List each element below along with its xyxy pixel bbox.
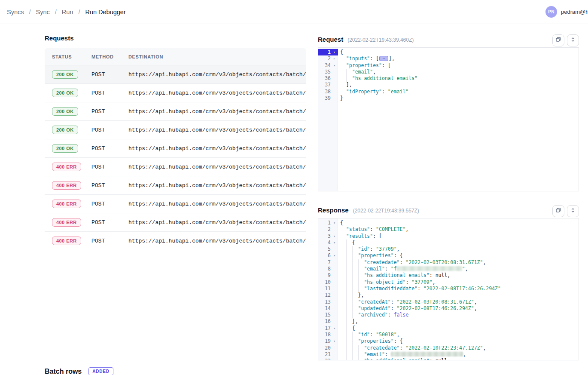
request-timestamp: (2022-02-22T19:43:39.460Z) [347,37,414,43]
fold-spacer [331,259,338,266]
fold-open-icon[interactable]: ▾ [331,240,338,246]
copy-icon [555,207,562,215]
line-number: 8 [318,266,331,272]
status-badge: 200 OK [52,89,78,97]
status-badge: 400 ERR [52,237,81,245]
code-line: 10 "hs_object_id": "37709", [318,279,579,286]
line-gutter: 10 [318,279,338,286]
method-cell: POST [91,182,128,189]
fold-spacer [331,305,338,312]
request-row[interactable]: 400 ERRPOSThttps://api.hubapi.com/crm/v3… [45,195,306,213]
line-number: 21 [318,351,331,358]
destination-cell: https://api.hubapi.com/crm/v3/objects/co… [128,90,306,96]
request-row[interactable]: 200 OKPOSThttps://api.hubapi.com/crm/v3/… [45,102,306,121]
line-number: 9 [318,272,331,279]
code-line: 22 "hs_additional_emails": null, [318,358,579,360]
breadcrumb-separator: / [55,9,57,15]
fold-open-icon[interactable]: ▾ [331,49,338,55]
request-code-editor[interactable]: 1▾{2▸ "inputs": [⋯],34▾ "properties": [3… [318,47,579,191]
line-number: 34 [318,62,331,69]
code-line: 3▾ "results": [ [318,233,579,240]
line-gutter: 4▾ [318,240,338,246]
line-number: 3 [318,233,331,240]
destination-cell: https://api.hubapi.com/crm/v3/objects/co… [128,182,306,189]
line-number: 17 [318,325,331,332]
line-number: 13 [318,299,331,305]
status-badge: 200 OK [52,126,78,134]
avatar[interactable]: PN [545,6,557,18]
request-row[interactable]: 200 OKPOSThttps://api.hubapi.com/crm/v3/… [45,139,306,158]
line-gutter: 13 [318,299,338,305]
request-row[interactable]: 200 OKPOSThttps://api.hubapi.com/crm/v3/… [45,121,306,139]
line-gutter: 34▾ [318,62,338,69]
breadcrumb-separator: / [78,9,80,15]
code-line: 20 "createdate": "2022-02-10T22:23:47.12… [318,345,579,351]
line-gutter: 16 [318,318,338,325]
fold-open-icon[interactable]: ▾ [331,325,338,332]
request-row[interactable]: 400 ERRPOSThttps://api.hubapi.com/crm/v3… [45,232,306,250]
line-gutter: 1▾ [318,220,338,226]
breadcrumb-item-syncs[interactable]: Syncs [7,9,24,15]
method-cell: POST [91,201,128,207]
fold-spacer [331,292,338,298]
status-badge: 200 OK [52,107,78,116]
code-line: 2 "status": "COMPLETE", [318,226,579,233]
request-expand-button[interactable] [567,34,579,46]
line-number: 15 [318,312,331,318]
code-line: 15 "archived": false [318,312,579,318]
batch-rows-section: Batch rows ADDED [45,367,113,375]
response-code-editor[interactable]: 1▾{2 "status": "COMPLETE",3▾ "results": … [318,218,579,360]
line-number: 1 [318,220,331,226]
code-line: 39} [318,95,579,101]
line-number: 10 [318,279,331,286]
response-editor-lines: 1▾{2 "status": "COMPLETE",3▾ "results": … [318,218,579,360]
code-line: 13 "createdAt": "2022-02-03T20:08:31.671… [318,299,579,305]
fold-collapsed-icon[interactable]: ▸ [331,55,338,62]
status-badge: 200 OK [52,70,78,79]
breadcrumb-item-run[interactable]: Run [62,9,73,15]
line-gutter: 38 [318,89,338,95]
status-badge: 400 ERR [52,200,81,208]
fold-open-icon[interactable]: ▾ [331,220,338,226]
fold-open-icon[interactable]: ▾ [331,338,338,344]
request-row[interactable]: 400 ERRPOSThttps://api.hubapi.com/crm/v3… [45,158,306,176]
response-panel-header: Response(2022-02-22T19:43:39.557Z) [318,206,579,219]
expand-vertical-icon [570,36,576,45]
destination-cell: https://api.hubapi.com/crm/v3/objects/co… [128,127,306,133]
request-row[interactable]: 400 ERRPOSThttps://api.hubapi.com/crm/v3… [45,213,306,232]
line-number: 4 [318,240,331,246]
line-gutter: 18 [318,332,338,338]
fold-spacer [331,318,338,325]
line-number: 20 [318,345,331,351]
fold-spacer [331,312,338,318]
destination-cell: https://api.hubapi.com/crm/v3/objects/co… [128,201,306,207]
line-gutter: 11 [318,286,338,292]
request-row[interactable]: 200 OKPOSThttps://api.hubapi.com/crm/v3/… [45,65,306,84]
fold-open-icon[interactable]: ▾ [331,62,338,69]
request-row[interactable]: 200 OKPOSThttps://api.hubapi.com/crm/v3/… [45,84,306,102]
fold-open-icon[interactable]: ▾ [331,252,338,259]
requests-panel-title: Requests [45,34,74,42]
line-gutter: 9 [318,272,338,279]
fold-spacer [331,332,338,338]
destination-cell: https://api.hubapi.com/crm/v3/objects/co… [128,238,306,244]
response-copy-button[interactable] [552,205,564,217]
request-row[interactable]: 400 ERRPOSThttps://api.hubapi.com/crm/v3… [45,176,306,195]
fold-spacer [331,89,338,95]
request-copy-button[interactable] [552,34,564,46]
breadcrumb: Syncs/Sync/Run/Run Debugger [7,0,126,24]
code-line: 8 "email": "f", [318,266,579,272]
line-gutter: 21 [318,351,338,358]
line-gutter: 19▾ [318,338,338,344]
fold-spacer [331,286,338,292]
fold-open-icon[interactable]: ▾ [331,233,338,240]
line-number: 36 [318,75,331,82]
fold-spacer [331,266,338,272]
response-expand-button[interactable] [567,205,579,217]
line-number: 14 [318,305,331,312]
breadcrumb-item-sync[interactable]: Sync [36,9,50,15]
request-panel-title: Request [318,36,343,43]
collapsed-fold-widget[interactable]: ⋯ [379,56,388,61]
user-menu[interactable]: PN pedram@hig [545,6,588,18]
line-number: 22 [318,358,331,360]
